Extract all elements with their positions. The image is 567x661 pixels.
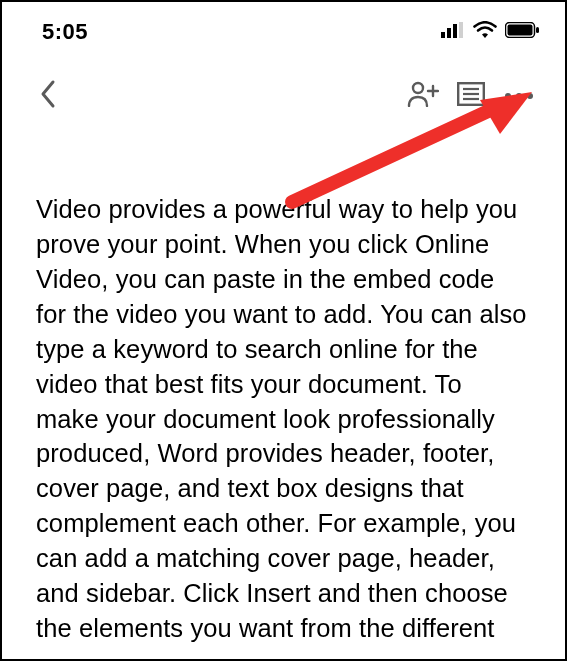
person-add-icon [407,81,439,111]
body-paragraph: Video provides a powerful way to help yo… [36,192,531,646]
svg-rect-6 [536,27,539,33]
view-mode-button[interactable] [447,72,495,120]
battery-icon [505,22,539,42]
svg-point-7 [413,83,423,93]
status-indicators [441,21,539,43]
toolbar [2,52,565,122]
document-view-icon [457,82,485,110]
share-user-button[interactable] [399,72,447,120]
svg-rect-3 [459,22,463,38]
svg-rect-1 [447,28,451,38]
document-body[interactable]: Video provides a powerful way to help yo… [2,122,565,646]
back-button[interactable] [24,72,72,120]
svg-point-16 [527,93,533,99]
app-frame: 5:05 [0,0,567,661]
status-bar: 5:05 [2,2,565,52]
svg-rect-0 [441,32,445,38]
ellipsis-icon [504,87,534,105]
wifi-icon [473,21,497,43]
svg-rect-5 [508,25,533,36]
svg-rect-2 [453,24,457,38]
more-options-button[interactable] [495,72,543,120]
svg-point-15 [516,93,522,99]
status-time: 5:05 [42,19,88,45]
cellular-signal-icon [441,22,465,42]
svg-point-14 [505,93,511,99]
chevron-left-icon [39,79,57,113]
